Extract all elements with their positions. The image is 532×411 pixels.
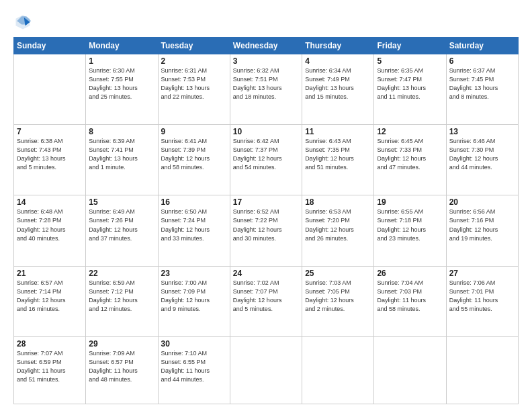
calendar-cell: 25Sunrise: 7:03 AM Sunset: 7:05 PM Dayli… [302, 266, 374, 336]
calendar-cell: 21Sunrise: 6:57 AM Sunset: 7:14 PM Dayli… [14, 266, 86, 336]
day-content: Sunrise: 6:42 AM Sunset: 7:37 PM Dayligh… [233, 137, 299, 172]
day-content: Sunrise: 7:07 AM Sunset: 6:59 PM Dayligh… [17, 349, 83, 384]
day-number: 7 [17, 127, 83, 136]
day-number: 24 [233, 269, 299, 278]
calendar-week-row: 21Sunrise: 6:57 AM Sunset: 7:14 PM Dayli… [14, 266, 519, 336]
calendar-cell: 4Sunrise: 6:34 AM Sunset: 7:49 PM Daylig… [302, 54, 374, 125]
day-content: Sunrise: 7:10 AM Sunset: 6:55 PM Dayligh… [161, 349, 227, 384]
calendar-week-row: 7Sunrise: 6:38 AM Sunset: 7:43 PM Daylig… [14, 125, 519, 195]
calendar-cell: 7Sunrise: 6:38 AM Sunset: 7:43 PM Daylig… [14, 125, 86, 195]
day-content: Sunrise: 7:02 AM Sunset: 7:07 PM Dayligh… [233, 279, 299, 314]
day-content: Sunrise: 6:56 AM Sunset: 7:16 PM Dayligh… [449, 208, 515, 242]
calendar-cell: 12Sunrise: 6:45 AM Sunset: 7:33 PM Dayli… [374, 125, 446, 195]
calendar-cell: 26Sunrise: 7:04 AM Sunset: 7:03 PM Dayli… [374, 266, 446, 336]
calendar-cell [374, 336, 446, 404]
calendar-cell: 30Sunrise: 7:10 AM Sunset: 6:55 PM Dayli… [158, 336, 230, 404]
calendar-cell: 18Sunrise: 6:53 AM Sunset: 7:20 PM Dayli… [302, 195, 374, 266]
day-content: Sunrise: 6:50 AM Sunset: 7:24 PM Dayligh… [161, 208, 227, 242]
day-number: 22 [89, 269, 154, 278]
day-number: 20 [449, 197, 515, 207]
day-content: Sunrise: 6:35 AM Sunset: 7:47 PM Dayligh… [377, 66, 443, 101]
day-number: 29 [89, 339, 154, 349]
day-content: Sunrise: 6:34 AM Sunset: 7:49 PM Dayligh… [305, 66, 371, 101]
day-number: 19 [377, 197, 443, 207]
calendar-cell: 19Sunrise: 6:55 AM Sunset: 7:18 PM Dayli… [374, 195, 446, 266]
calendar-header-row: SundayMondayTuesdayWednesdayThursdayFrid… [14, 38, 519, 54]
calendar-cell: 27Sunrise: 7:06 AM Sunset: 7:01 PM Dayli… [446, 266, 518, 336]
day-content: Sunrise: 6:45 AM Sunset: 7:33 PM Dayligh… [377, 137, 443, 172]
calendar-cell: 29Sunrise: 7:09 AM Sunset: 6:57 PM Dayli… [86, 336, 158, 404]
calendar-cell: 16Sunrise: 6:50 AM Sunset: 7:24 PM Dayli… [158, 195, 230, 266]
day-number: 14 [17, 197, 83, 207]
day-number: 25 [305, 269, 371, 278]
day-content: Sunrise: 6:31 AM Sunset: 7:53 PM Dayligh… [161, 66, 227, 101]
day-number: 3 [233, 56, 299, 66]
day-number: 12 [377, 127, 443, 136]
calendar-cell: 17Sunrise: 6:52 AM Sunset: 7:22 PM Dayli… [230, 195, 302, 266]
day-number: 5 [377, 56, 443, 66]
calendar-cell: 6Sunrise: 6:37 AM Sunset: 7:45 PM Daylig… [446, 54, 518, 125]
day-header-tuesday: Tuesday [158, 38, 230, 54]
day-content: Sunrise: 6:39 AM Sunset: 7:41 PM Dayligh… [89, 137, 154, 172]
day-header-monday: Monday [86, 38, 158, 54]
day-content: Sunrise: 6:53 AM Sunset: 7:20 PM Dayligh… [305, 208, 371, 242]
header [13, 10, 519, 32]
day-content: Sunrise: 6:49 AM Sunset: 7:26 PM Dayligh… [89, 208, 154, 242]
calendar-cell [230, 336, 302, 404]
day-number: 4 [305, 56, 371, 66]
day-header-saturday: Saturday [446, 38, 518, 54]
day-content: Sunrise: 6:46 AM Sunset: 7:30 PM Dayligh… [449, 137, 515, 172]
day-number: 15 [89, 197, 154, 207]
day-content: Sunrise: 7:09 AM Sunset: 6:57 PM Dayligh… [89, 349, 154, 384]
day-number: 11 [305, 127, 371, 136]
calendar-cell: 8Sunrise: 6:39 AM Sunset: 7:41 PM Daylig… [86, 125, 158, 195]
day-number: 23 [161, 269, 227, 278]
calendar-week-row: 28Sunrise: 7:07 AM Sunset: 6:59 PM Dayli… [14, 336, 519, 404]
calendar-cell [302, 336, 374, 404]
day-number: 2 [161, 56, 227, 66]
day-number: 16 [161, 197, 227, 207]
calendar-cell: 10Sunrise: 6:42 AM Sunset: 7:37 PM Dayli… [230, 125, 302, 195]
day-number: 18 [305, 197, 371, 207]
day-content: Sunrise: 6:57 AM Sunset: 7:14 PM Dayligh… [17, 279, 83, 314]
calendar-cell: 24Sunrise: 7:02 AM Sunset: 7:07 PM Dayli… [230, 266, 302, 336]
day-content: Sunrise: 6:38 AM Sunset: 7:43 PM Dayligh… [17, 137, 83, 172]
calendar-week-row: 14Sunrise: 6:48 AM Sunset: 7:28 PM Dayli… [14, 195, 519, 266]
day-header-thursday: Thursday [302, 38, 374, 54]
day-content: Sunrise: 7:03 AM Sunset: 7:05 PM Dayligh… [305, 279, 371, 314]
day-content: Sunrise: 7:04 AM Sunset: 7:03 PM Dayligh… [377, 279, 443, 314]
day-content: Sunrise: 6:41 AM Sunset: 7:39 PM Dayligh… [161, 137, 227, 172]
calendar-cell: 13Sunrise: 6:46 AM Sunset: 7:30 PM Dayli… [446, 125, 518, 195]
calendar-cell: 15Sunrise: 6:49 AM Sunset: 7:26 PM Dayli… [86, 195, 158, 266]
day-content: Sunrise: 6:37 AM Sunset: 7:45 PM Dayligh… [449, 66, 515, 101]
day-number: 9 [161, 127, 227, 136]
day-number: 6 [449, 56, 515, 66]
day-content: Sunrise: 6:55 AM Sunset: 7:18 PM Dayligh… [377, 208, 443, 242]
day-number: 21 [17, 269, 83, 278]
day-header-wednesday: Wednesday [230, 38, 302, 54]
calendar-table: SundayMondayTuesdayWednesdayThursdayFrid… [13, 37, 519, 404]
day-number: 8 [89, 127, 154, 136]
calendar-cell: 1Sunrise: 6:30 AM Sunset: 7:55 PM Daylig… [86, 54, 158, 125]
day-content: Sunrise: 6:52 AM Sunset: 7:22 PM Dayligh… [233, 208, 299, 242]
day-content: Sunrise: 6:43 AM Sunset: 7:35 PM Dayligh… [305, 137, 371, 172]
day-content: Sunrise: 6:32 AM Sunset: 7:51 PM Dayligh… [233, 66, 299, 101]
day-header-friday: Friday [374, 38, 446, 54]
calendar-cell: 23Sunrise: 7:00 AM Sunset: 7:09 PM Dayli… [158, 266, 230, 336]
day-number: 17 [233, 197, 299, 207]
day-content: Sunrise: 7:00 AM Sunset: 7:09 PM Dayligh… [161, 279, 227, 314]
calendar-cell: 9Sunrise: 6:41 AM Sunset: 7:39 PM Daylig… [158, 125, 230, 195]
day-content: Sunrise: 6:59 AM Sunset: 7:12 PM Dayligh… [89, 279, 154, 314]
day-number: 1 [89, 56, 154, 66]
calendar-cell: 5Sunrise: 6:35 AM Sunset: 7:47 PM Daylig… [374, 54, 446, 125]
calendar-cell [446, 336, 518, 404]
day-number: 26 [377, 269, 443, 278]
calendar-week-row: 1Sunrise: 6:30 AM Sunset: 7:55 PM Daylig… [14, 54, 519, 125]
logo [13, 13, 34, 32]
page: SundayMondayTuesdayWednesdayThursdayFrid… [0, 0, 532, 411]
calendar-cell: 11Sunrise: 6:43 AM Sunset: 7:35 PM Dayli… [302, 125, 374, 195]
logo-icon [13, 13, 32, 32]
day-number: 27 [449, 269, 515, 278]
day-content: Sunrise: 7:06 AM Sunset: 7:01 PM Dayligh… [449, 279, 515, 314]
day-content: Sunrise: 6:30 AM Sunset: 7:55 PM Dayligh… [89, 66, 154, 101]
